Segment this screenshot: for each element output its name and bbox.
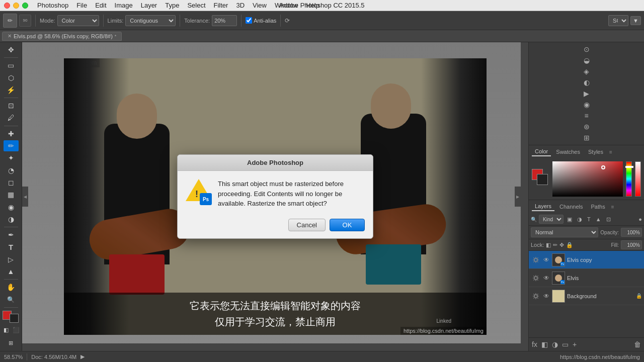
menu-file[interactable]: File — [72, 1, 91, 10]
tab-styles[interactable]: Styles — [585, 148, 606, 156]
menu-layer[interactable]: Layer — [137, 1, 162, 10]
expand-arrow[interactable]: ▶ — [80, 353, 85, 360]
smart-filter-icon[interactable]: ⊡ — [605, 216, 612, 223]
actions-icon[interactable]: ▶ — [584, 89, 589, 98]
tab-layers[interactable]: Layers — [532, 202, 554, 211]
layer-item[interactable]: 👁 Ps Elvis — [529, 269, 644, 287]
mode-select[interactable]: Color Luminosity Hue Saturation — [57, 15, 99, 26]
settings-gear[interactable] — [531, 275, 541, 282]
saturation-slider[interactable] — [635, 161, 641, 197]
stamp-tool[interactable]: ✦ — [4, 152, 19, 163]
crop-tool[interactable]: ⊡ — [4, 100, 19, 111]
type-filter-icon[interactable]: T — [586, 216, 592, 223]
hue-slider-thumb[interactable] — [625, 166, 633, 168]
vertical-scrollbar[interactable] — [521, 42, 528, 351]
tab-color[interactable]: Color — [532, 147, 551, 156]
path-tool[interactable]: ▷ — [4, 254, 19, 265]
gradient-tool[interactable]: ▦ — [4, 189, 19, 200]
cancel-button[interactable]: Cancel — [288, 219, 326, 231]
new-layer-btn[interactable]: + — [572, 339, 578, 349]
libraries-icon[interactable]: ⊛ — [584, 123, 590, 131]
panel-expand-icon[interactable]: ≡ — [609, 149, 612, 155]
tab-close-btn[interactable]: ✕ — [8, 33, 12, 39]
lasso-tool[interactable]: ⬡ — [4, 72, 19, 83]
color-cursor[interactable] — [601, 165, 605, 169]
eyedropper-tool[interactable]: 🖊 — [4, 112, 19, 123]
color-gradient-picker[interactable] — [552, 161, 623, 197]
menu-view[interactable]: View — [249, 1, 271, 10]
pixel-filter-icon[interactable]: ▣ — [566, 216, 574, 223]
layer-visibility-icon[interactable]: 👁 — [543, 293, 550, 300]
brush-tool[interactable]: ✏ — [4, 140, 19, 151]
history-icon[interactable]: ◐ — [584, 78, 590, 86]
add-style-btn[interactable]: fx — [531, 339, 538, 349]
layer-visibility-icon[interactable]: 👁 — [543, 275, 550, 282]
background-swatch[interactable] — [537, 174, 548, 185]
menu-appname[interactable]: Photoshop — [33, 1, 72, 10]
menu-select[interactable]: Select — [183, 1, 209, 10]
type-tool[interactable]: T — [4, 241, 19, 252]
minimize-button[interactable] — [13, 3, 19, 9]
settings-gear[interactable] — [531, 256, 541, 263]
layer-visibility-icon[interactable]: 👁 — [543, 256, 550, 263]
expand-workspace-btn[interactable]: ▼ — [630, 16, 641, 25]
delete-layer-btn[interactable]: 🗑 — [633, 339, 642, 349]
collapse-right-panel[interactable]: ▶ — [515, 187, 521, 207]
kind-filter-select[interactable]: Kind — [539, 215, 564, 224]
opacity-input[interactable]: 100% — [621, 228, 642, 237]
layers-panel-expand[interactable]: ≡ — [611, 204, 614, 210]
canvas-area[interactable]: zwstib.com — [22, 42, 528, 351]
layer-item[interactable]: 👁 Background 🔒 — [529, 287, 644, 305]
filter-toggle[interactable]: ● — [638, 216, 642, 222]
hue-slider[interactable] — [626, 161, 632, 197]
add-mask-btn[interactable]: ◧ — [540, 339, 549, 349]
hand-tool[interactable]: ✋ — [4, 282, 19, 293]
menu-type[interactable]: Type — [161, 1, 183, 10]
blur-tool[interactable]: ◉ — [4, 202, 19, 213]
menu-edit[interactable]: Edit — [91, 1, 110, 10]
adjustments-icon[interactable]: ⊙ — [584, 45, 590, 53]
settings-gear[interactable] — [531, 293, 541, 300]
tab-channels[interactable]: Channels — [556, 203, 586, 211]
ok-button[interactable]: OK — [330, 219, 365, 231]
lock-transparent-icon[interactable]: ◧ — [546, 242, 551, 248]
lock-pixels-icon[interactable]: ✏ — [553, 242, 557, 248]
3d-icon[interactable]: ◉ — [584, 101, 590, 109]
dodge-tool[interactable]: ◑ — [4, 214, 19, 225]
curves-icon[interactable]: ◒ — [584, 56, 590, 64]
document-tab[interactable]: ✕ Elvis.psd @ 58.6% (Elvis copy, RGB/8#)… — [2, 32, 122, 41]
zoom-tool[interactable]: 🔍 — [4, 294, 19, 305]
menu-filter[interactable]: Filter — [210, 1, 232, 10]
quick-mask[interactable]: ⬛ — [12, 326, 21, 335]
collapse-left-panel[interactable]: ◀ — [22, 187, 28, 207]
tolerance-input[interactable] — [212, 15, 237, 26]
adjustment-filter-icon[interactable]: ◑ — [576, 216, 584, 223]
lock-all-icon[interactable]: 🔒 — [566, 242, 573, 248]
sample-icon[interactable]: ⟳ — [285, 17, 290, 24]
anti-alias-checkbox[interactable] — [246, 17, 252, 24]
blend-mode-select[interactable]: Normal Multiply Screen Overlay Soft Ligh… — [531, 227, 598, 237]
close-button[interactable] — [4, 3, 10, 9]
tab-paths[interactable]: Paths — [588, 203, 608, 211]
pen-tool[interactable]: ✒ — [4, 229, 19, 240]
horizontal-scrollbar[interactable] — [22, 343, 521, 351]
properties-icon[interactable]: ≡ — [584, 112, 588, 120]
menu-image[interactable]: Image — [111, 1, 137, 10]
fg-bg-colors[interactable] — [3, 311, 20, 323]
lock-position-icon[interactable]: ✥ — [559, 242, 564, 248]
add-adjustment-btn[interactable]: ◑ — [551, 339, 559, 349]
marquee-tool[interactable]: ▭ — [4, 60, 19, 71]
background-color[interactable] — [10, 314, 19, 323]
screen-mode[interactable]: ⊞ — [4, 338, 19, 349]
shape-tool[interactable]: ▲ — [4, 266, 19, 277]
links-icon[interactable]: ⊞ — [584, 134, 590, 142]
limits-select[interactable]: Contiguous Find Edges Discontinuous — [125, 15, 176, 26]
wand-tool[interactable]: ⚡ — [4, 84, 19, 96]
current-tool-icon[interactable]: ✏ — [3, 14, 17, 28]
move-tool[interactable]: ✥ — [4, 44, 19, 55]
fill-input[interactable]: 100% — [621, 240, 642, 249]
layer-item[interactable]: 👁 Ps Elvis copy — [529, 251, 644, 269]
workspace-select[interactable]: SC — [608, 15, 628, 26]
heal-tool[interactable]: ✚ — [4, 128, 19, 139]
new-group-btn[interactable]: ▭ — [561, 339, 570, 349]
